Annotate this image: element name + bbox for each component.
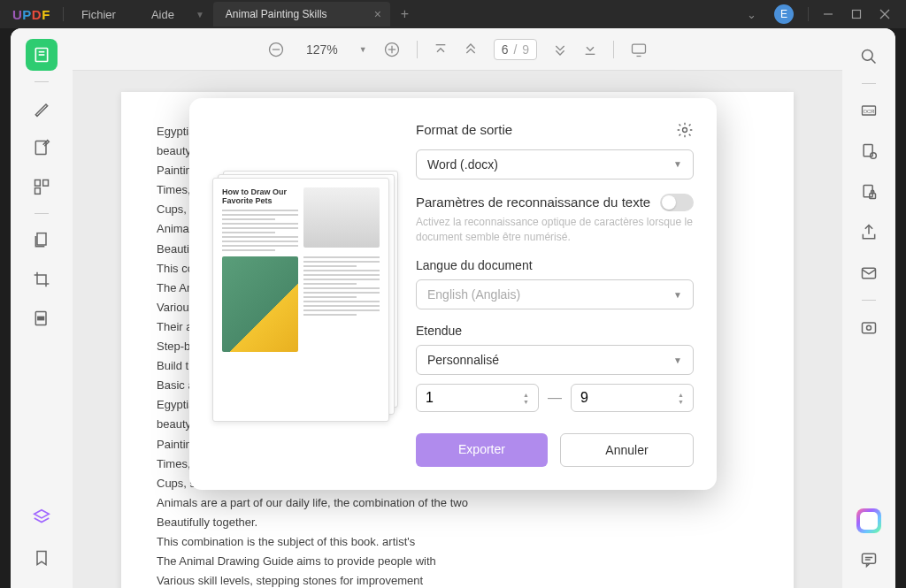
export-form: Format de sortie Word (.docx) ▼ Paramètr…	[416, 121, 694, 468]
ocr-toggle[interactable]	[660, 194, 694, 211]
preview-title: How to Draw Our Favorite Pets	[222, 187, 298, 207]
range-from-input[interactable]: 1 ▲▼	[416, 384, 539, 412]
range-to-input[interactable]: 9 ▲▼	[571, 384, 694, 412]
lang-label: Langue du document	[416, 258, 694, 272]
caret-down-icon: ▼	[673, 159, 682, 169]
range-label: Etendue	[416, 324, 694, 338]
ocr-label: Paramètres de reconnaissance du texte	[416, 195, 650, 210]
range-dash: —	[548, 390, 562, 406]
gear-icon[interactable]	[676, 121, 694, 139]
spinner-up-icon[interactable]: ▲	[678, 392, 684, 398]
svg-point-37	[683, 127, 687, 132]
export-modal: How to Draw Our Favorite Pets Format de …	[189, 98, 717, 491]
format-label: Format de sortie	[416, 122, 512, 137]
export-button[interactable]: Exporter	[416, 433, 548, 467]
ocr-hint: Activez la reconnaissance optique de car…	[416, 215, 694, 245]
modal-overlay: How to Draw Our Favorite Pets Format de …	[0, 0, 906, 588]
lang-select[interactable]: English (Anglais) ▼	[416, 279, 694, 309]
spinner-down-icon[interactable]: ▼	[678, 399, 684, 405]
export-preview: How to Draw Our Favorite Pets	[212, 121, 395, 468]
caret-down-icon: ▼	[673, 290, 682, 300]
format-select[interactable]: Word (.docx) ▼	[416, 149, 694, 179]
caret-down-icon: ▼	[673, 355, 682, 365]
range-select[interactable]: Personnalisé ▼	[416, 345, 694, 375]
spinner-down-icon[interactable]: ▼	[523, 399, 529, 405]
spinner-up-icon[interactable]: ▲	[523, 392, 529, 398]
cancel-button[interactable]: Annuler	[560, 433, 694, 467]
